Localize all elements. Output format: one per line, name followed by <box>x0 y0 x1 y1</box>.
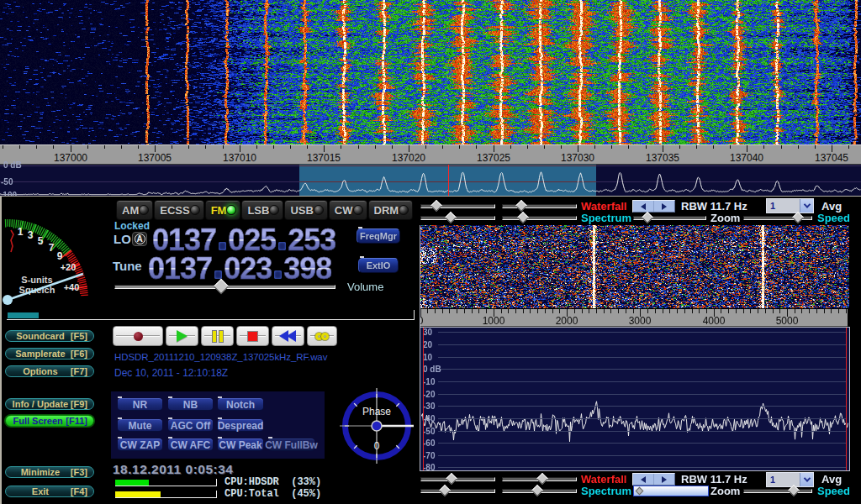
rf-scale-tick <box>798 145 799 149</box>
af-frequency-scale[interactable]: 010002000300040005000 <box>420 309 848 327</box>
mode-fm[interactable]: FM <box>205 200 241 220</box>
af-waterfall[interactable] <box>420 225 849 308</box>
af-scale-tick <box>795 309 795 313</box>
nb-button[interactable]: NB <box>168 398 213 411</box>
soundcard-key: [F5] <box>71 331 87 341</box>
rf-scale-tick <box>476 145 477 149</box>
info-update-button[interactable]: Info / Update [F9] <box>5 398 94 410</box>
rbw-spin-left[interactable] <box>633 201 653 212</box>
freq-digit: 0 <box>224 256 240 281</box>
samplerate-key: [F6] <box>71 349 87 359</box>
rbw-spinner-top[interactable] <box>632 200 675 213</box>
cwpeak-button[interactable]: CW Peak <box>218 438 263 451</box>
rf-scale-tick <box>256 145 257 149</box>
pause-button[interactable] <box>201 326 234 346</box>
minimize-button[interactable]: Minimize [F3] <box>5 466 94 478</box>
sp-brightness-thumb-b[interactable] <box>439 485 451 496</box>
wf-contrast-slider[interactable] <box>502 204 577 208</box>
tune-frequency[interactable]: 0137023398 <box>148 255 331 281</box>
rf-waterfall[interactable] <box>0 0 861 144</box>
af-gridline <box>438 467 846 468</box>
rf-scale-tick <box>730 145 731 149</box>
af-scale-tick <box>618 309 619 313</box>
avg-combo-bottom[interactable]: 1 <box>766 472 814 487</box>
freq-digit: 1 <box>168 228 184 252</box>
loop-button[interactable] <box>307 326 337 346</box>
arrow-left-icon <box>641 203 646 210</box>
rbw-spin-left-b[interactable] <box>633 474 653 485</box>
rf-scale-tick <box>138 145 139 149</box>
panel-separator <box>0 196 861 197</box>
phase-dial[interactable]: Phase0 <box>338 385 419 469</box>
sp-contrast-thumb[interactable] <box>517 212 529 223</box>
extio-button[interactable]: ExtIO <box>358 258 399 273</box>
sp-brightness-slider-b[interactable] <box>420 489 495 493</box>
mode-cw[interactable]: CW <box>329 200 367 220</box>
mode-drm[interactable]: DRM <box>368 200 414 220</box>
mode-am[interactable]: AM <box>116 200 153 220</box>
cwfullbw-button[interactable]: CW FullBw <box>268 438 314 451</box>
volume-label: Volume <box>347 281 383 293</box>
mode-ecss-label: ECSS <box>160 204 189 217</box>
agc-button[interactable]: AGC Off <box>168 419 213 432</box>
despread-button[interactable]: Despread <box>218 419 263 432</box>
sp-brightness-thumb[interactable] <box>445 212 457 223</box>
freq-separator-dot <box>278 242 286 250</box>
rf-spectrum[interactable]: -100 <box>0 165 861 196</box>
mode-cw-led-icon <box>353 205 363 215</box>
minimize-key: [F3] <box>71 467 87 477</box>
rf-frequency-scale[interactable]: 1370001370051370101370151370201370251370… <box>0 144 861 165</box>
sp-contrast-thumb-b[interactable] <box>531 485 543 496</box>
rbw-spin-right-b[interactable] <box>653 474 674 485</box>
af-db-label: -20 <box>423 390 435 399</box>
wf-brightness-slider-b[interactable] <box>420 477 495 481</box>
rewind-button[interactable] <box>272 326 304 346</box>
rf-scale-tick <box>628 145 629 149</box>
wf-contrast-thumb[interactable] <box>515 200 527 212</box>
rf-scale-tick <box>36 145 37 149</box>
mute-button[interactable]: Mute <box>118 419 162 432</box>
af-scale-label: 1000 <box>483 315 505 327</box>
af-gridline <box>438 357 846 358</box>
wf-contrast-thumb-b[interactable] <box>536 473 548 485</box>
mode-usb[interactable]: USB <box>284 200 327 220</box>
sp-brightness-slider[interactable] <box>420 216 495 220</box>
cwzap-button[interactable]: CW ZAP <box>118 438 162 451</box>
samplerate-button[interactable]: Samplerate [F6] <box>5 348 94 360</box>
notch-button[interactable]: Notch <box>218 398 263 411</box>
rf-scale-tick <box>763 145 764 149</box>
squelch-level-bar[interactable] <box>8 312 39 318</box>
lo-auto-button[interactable]: A <box>132 232 147 246</box>
rf-scale-tick <box>104 145 105 149</box>
mode-ecss[interactable]: ECSS <box>154 200 203 220</box>
mode-lsb[interactable]: LSB <box>241 200 283 220</box>
af-scale-tick <box>779 309 780 313</box>
avg-combo-top[interactable]: 1 <box>766 198 814 213</box>
speed-thumb-top[interactable] <box>792 212 804 223</box>
exit-button[interactable]: Exit [F4] <box>5 486 94 497</box>
zoom-thumb-top[interactable] <box>642 212 653 223</box>
af-db-label: -40 <box>423 414 435 423</box>
rf-tune-marker[interactable] <box>448 165 449 196</box>
cwafc-button[interactable]: CW AFC <box>168 438 213 451</box>
soundcard-button[interactable]: Soundcard [F5] <box>5 330 94 342</box>
avg-combo-drop-top[interactable] <box>800 199 813 213</box>
nr-button[interactable]: NR <box>118 398 162 411</box>
speed-slider-bottom[interactable] <box>743 489 812 493</box>
lo-frequency[interactable]: 0137025253 <box>152 227 335 252</box>
rbw-spin-right[interactable] <box>653 201 674 212</box>
af-spectrum[interactable]: 3020100 dB-10-20-30-40-50-60-70-80 <box>420 327 850 471</box>
record-button[interactable] <box>113 326 163 346</box>
stop-button[interactable] <box>236 326 269 346</box>
zoom-scrollbar-thumb[interactable] <box>636 487 644 496</box>
sp-contrast-slider[interactable] <box>502 216 577 220</box>
wf-brightness-thumb-b[interactable] <box>446 473 457 485</box>
wf-brightness-thumb[interactable] <box>430 200 442 212</box>
zoom-scrollbar-bottom[interactable] <box>633 486 709 496</box>
rbw-spinner-bottom[interactable] <box>632 473 675 486</box>
freqmgr-button[interactable]: FreqMgr <box>357 228 400 244</box>
fullscreen-button[interactable]: Full Screen [F11] <box>5 415 94 427</box>
play-button[interactable] <box>166 326 198 346</box>
options-button[interactable]: Options [F7] <box>5 365 94 377</box>
avg-combo-drop-bottom[interactable] <box>800 473 813 486</box>
